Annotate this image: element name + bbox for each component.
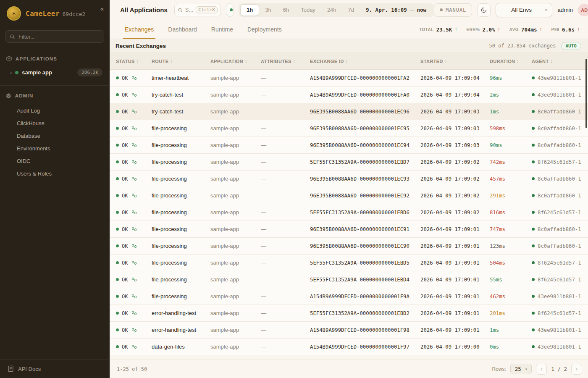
manual-refresh-button[interactable]: MANUAL <box>434 3 472 17</box>
time-range-3h[interactable]: 3h <box>259 4 277 16</box>
sidebar-item-audit-log[interactable]: Audit Log <box>17 104 103 117</box>
column-header-agent[interactable]: AGENT▲▼ <box>532 59 588 64</box>
table-row[interactable]: OK try-catch-test sample-app — 96E395B00… <box>110 103 588 120</box>
search-shortcut-kbd: Ctrl+K <box>196 6 218 13</box>
table-row[interactable]: OK timer-heartbeat sample-app — A154B9A9… <box>110 70 588 87</box>
started-cell: 2026-04-09 17:09:02 <box>420 210 490 215</box>
table-row[interactable]: OK file-processing sample-app — 5EF55FC3… <box>110 271 588 288</box>
time-range-6h[interactable]: 6h <box>277 4 295 16</box>
status-cell: OK <box>116 176 152 182</box>
page-title: All Applications <box>120 6 168 13</box>
table-row[interactable]: OK file-processing sample-app — A154B9A9… <box>110 288 588 305</box>
attributes-cell: — <box>261 243 310 249</box>
rows-per-page-label: Rows: <box>492 366 506 372</box>
time-range-7d[interactable]: 7d <box>342 4 360 16</box>
sort-icon: ▲▼ <box>245 60 247 63</box>
application-cell: sample-app <box>210 192 261 199</box>
retry-bubbles-icon <box>132 278 136 281</box>
cube-icon <box>6 55 12 62</box>
exchange-id-cell: 5EF55FC31352A9A-000000000001EBD4 <box>310 277 420 283</box>
sort-icon: ▲▼ <box>346 60 348 63</box>
next-page-button[interactable]: › <box>571 364 582 375</box>
tab-dashboard[interactable]: Dashboard <box>168 20 197 39</box>
table-row[interactable]: OK error-handling-test sample-app — A154… <box>110 322 588 339</box>
tab-deployments[interactable]: Deployments <box>247 20 282 39</box>
column-header-duration[interactable]: DURATION▲▼ <box>490 59 532 64</box>
agent-id: 8f6245c61d57-1 <box>538 210 581 215</box>
custom-date-range[interactable]: 9. Apr. 16:09 — now <box>360 7 432 13</box>
time-range-24h[interactable]: 24h <box>321 4 342 16</box>
sidebar-item-environments[interactable]: Environments <box>17 142 103 155</box>
agent-id: 43ee9811b801-1 <box>538 344 581 350</box>
sidebar-item-sample-app[interactable]: › sample app 206.2k <box>6 67 103 78</box>
online-status-button[interactable]: O <box>226 3 234 17</box>
retry-bubbles-icon <box>132 311 136 315</box>
route-cell: file-processing <box>152 226 210 232</box>
brand-name: CameLeer <box>26 10 60 18</box>
tab-runtime[interactable]: Runtime <box>211 20 233 39</box>
column-header-application[interactable]: APPLICATION▲▼ <box>210 59 261 64</box>
expand-chevron-icon[interactable]: › <box>10 69 12 76</box>
agent-status-dot <box>532 127 535 130</box>
table-scrollbar[interactable] <box>585 59 587 128</box>
status-ok-dot <box>116 345 119 348</box>
column-header-status[interactable]: STATUS▲▼ <box>116 59 152 64</box>
sidebar-item-database[interactable]: Database <box>17 129 103 142</box>
sidebar-item-clickhouse[interactable]: ClickHouse <box>17 117 103 129</box>
table-row[interactable]: OK data-gen-files sample-app — A154B9A99… <box>110 339 588 355</box>
date-to: now <box>417 7 426 13</box>
table-row[interactable]: OK error-handling-test sample-app — 5EF5… <box>110 305 588 322</box>
column-header-attributes[interactable]: ATTRIBUTES▲▼ <box>261 59 310 64</box>
agent-id: 8f6245c61d57-1 <box>538 159 581 165</box>
route-cell: data-gen-files <box>152 344 210 350</box>
sidebar-filter-input[interactable]: Filter... <box>5 30 104 43</box>
table-row[interactable]: OK file-processing sample-app — 96E395B0… <box>110 137 588 154</box>
agent-status-dot <box>532 244 535 247</box>
table-row[interactable]: OK file-processing sample-app — 96E395B0… <box>110 238 588 255</box>
agent-status-dot <box>532 345 535 348</box>
column-header-started[interactable]: STARTED▲▼ <box>420 59 490 64</box>
table-row[interactable]: OK file-processing sample-app — 5EF55FC3… <box>110 154 588 171</box>
column-header-route[interactable]: ROUTE▲▼ <box>152 59 210 64</box>
exchange-id-cell: 5EF55FC31352A9A-000000000001EBD2 <box>310 310 420 316</box>
sidebar-item-users-roles[interactable]: Users & Roles <box>17 167 103 180</box>
exchange-id-cell: 96E395B0088AA6D-000000000001EC95 <box>310 126 420 131</box>
table-row[interactable]: OK file-processing sample-app — 96E395B0… <box>110 221 588 238</box>
trend-up-icon: ↑ <box>454 26 457 32</box>
table-row[interactable]: OK file-processing sample-app — 96E395B0… <box>110 120 588 137</box>
avatar[interactable]: AD <box>578 4 588 16</box>
duration-cell: 201ms <box>490 310 532 316</box>
brand-version: 69dcce2 <box>63 11 86 17</box>
sort-icon: ▲▼ <box>551 60 553 63</box>
route-cell: file-processing <box>152 125 210 131</box>
time-range-1h[interactable]: 1h <box>240 4 259 16</box>
global-search-input[interactable]: S... Ctrl+K <box>174 4 221 16</box>
sidebar-collapse-icon[interactable]: « <box>100 5 104 12</box>
auto-refresh-badge[interactable]: AUTO <box>561 42 582 50</box>
table-row[interactable]: OK file-processing sample-app — 96E395B0… <box>110 171 588 187</box>
rows-per-page-select[interactable]: 25 ▾ <box>510 364 532 374</box>
api-docs-link[interactable]: API Docs <box>0 360 109 378</box>
retry-bubbles-icon <box>132 194 136 197</box>
status-ok-dot <box>116 177 119 180</box>
dark-mode-toggle[interactable] <box>477 3 491 17</box>
date-separator: — <box>410 7 414 13</box>
sidebar-divider <box>0 85 109 86</box>
status-cell: OK <box>116 92 152 98</box>
stat-p99: P99 6.6s ↑ <box>551 26 580 33</box>
attributes-cell: — <box>261 192 310 199</box>
table-row[interactable]: OK file-processing sample-app — 5EF55FC3… <box>110 204 588 221</box>
time-range-segment: 1h 3h 6h Today 24h 7d 9. Apr. 16:09 — no… <box>239 3 434 17</box>
status-cell: OK <box>116 226 152 232</box>
env-select[interactable]: All Envs ▾ <box>496 3 552 17</box>
prev-page-button[interactable]: ‹ <box>536 364 547 375</box>
table-row[interactable]: OK try-catch-test sample-app — A154B9A99… <box>110 87 588 103</box>
sidebar-item-oidc[interactable]: OIDC <box>17 155 103 167</box>
table-row[interactable]: OK file-processing sample-app — 5EF55FC3… <box>110 255 588 271</box>
exchange-id-cell: A154B9A999DFCED-0000000000001F9A <box>310 294 420 299</box>
time-range-today[interactable]: Today <box>295 4 321 16</box>
status-ok-dot <box>116 144 119 147</box>
tab-exchanges[interactable]: Exchanges <box>125 20 154 39</box>
column-header-exchange-id[interactable]: EXCHANGE ID▲▼ <box>310 59 420 64</box>
table-row[interactable]: OK file-processing sample-app — 96E395B0… <box>110 187 588 204</box>
